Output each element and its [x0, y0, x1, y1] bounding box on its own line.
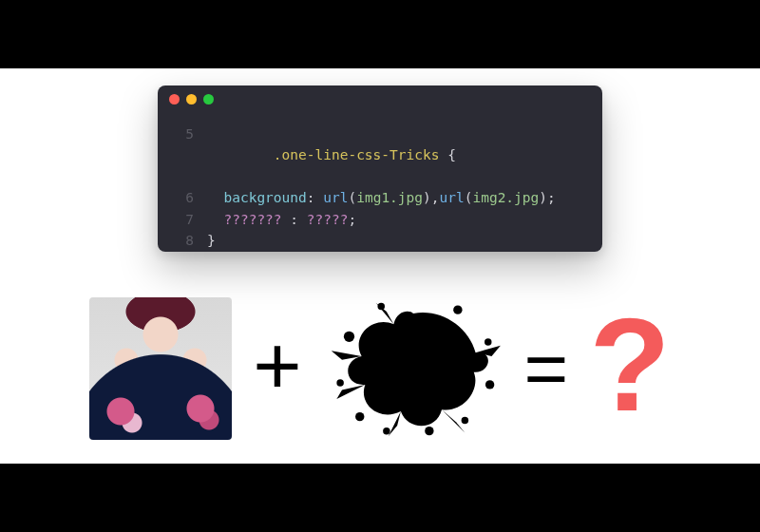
code-line: 8 } [173, 230, 587, 251]
svg-point-5 [461, 416, 468, 424]
code-line: 6 background: url(img1.jpg),url(img2.jpg… [173, 187, 587, 208]
code-block: 5 .one-line-css-Tricks { 6 background: u… [158, 112, 602, 267]
line-number: 5 [173, 124, 194, 187]
equals-operator: = [524, 331, 569, 407]
letterbox-bottom [0, 464, 760, 532]
css-func: url [440, 190, 465, 205]
css-func: url [323, 190, 348, 205]
window-close-dot[interactable] [169, 94, 180, 104]
portrait-image [89, 297, 232, 440]
equation-row: + = ? [0, 285, 760, 451]
line-number: 7 [173, 209, 194, 230]
window-titlebar [158, 86, 602, 112]
brace-open: { [439, 147, 455, 162]
letterbox-top [0, 0, 760, 68]
css-arg: img2.jpg [472, 190, 539, 205]
window-zoom-dot[interactable] [203, 94, 214, 104]
result-question-mark: ? [589, 298, 671, 431]
code-editor-window: 5 .one-line-css-Tricks { 6 background: u… [158, 86, 602, 252]
svg-point-7 [484, 338, 492, 346]
css-selector: .one-line-css-Tricks [274, 147, 440, 162]
ink-splat-mask [323, 297, 504, 440]
line-number: 6 [173, 187, 194, 208]
css-arg: img1.jpg [356, 190, 423, 205]
mystery-value: ????? [307, 212, 349, 227]
code-line: 7 ??????? : ?????; [173, 209, 587, 230]
line-number: 8 [173, 230, 194, 251]
plus-operator: + [253, 324, 301, 408]
svg-point-2 [355, 411, 364, 420]
svg-point-0 [343, 331, 353, 341]
brace-close: } [207, 233, 216, 248]
mystery-property: ??????? [223, 212, 281, 227]
svg-point-3 [383, 427, 390, 434]
svg-point-4 [425, 426, 433, 434]
svg-point-6 [485, 380, 494, 389]
svg-point-1 [336, 379, 344, 387]
svg-point-8 [453, 305, 462, 314]
code-line: 5 .one-line-css-Tricks { [173, 124, 587, 187]
window-minimize-dot[interactable] [186, 94, 197, 104]
css-property: background [223, 190, 306, 205]
